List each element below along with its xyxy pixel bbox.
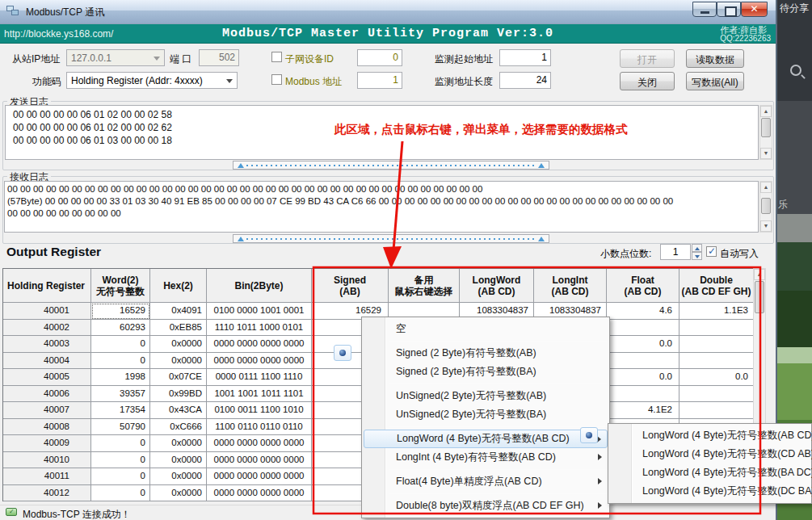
table-cell[interactable]: 0 — [91, 435, 150, 452]
scroll-up-icon[interactable]: ▲ — [760, 106, 772, 117]
row-label[interactable]: 40008 — [3, 419, 91, 436]
ip-combobox[interactable]: 127.0.0.1 — [66, 49, 165, 66]
receive-log-area[interactable]: 00 00 00 00 00 00 00 00 00 00 00 00 00 0… — [4, 181, 759, 233]
column-header[interactable]: Hex(2) — [150, 269, 207, 303]
scrollbar-thumb[interactable] — [755, 281, 764, 313]
row-label[interactable]: 40006 — [3, 386, 91, 403]
table-cell[interactable] — [679, 386, 754, 403]
table-cell[interactable]: 39357 — [91, 386, 150, 403]
subnet-checkbox[interactable] — [271, 52, 282, 62]
table-cell[interactable]: 0 — [91, 336, 150, 353]
close-conn-button[interactable]: 关闭 — [620, 72, 675, 90]
row-label[interactable]: 40002 — [3, 320, 91, 337]
decimal-places-input[interactable]: 1 — [660, 244, 691, 260]
receive-log-scrollbar[interactable]: ▲ ▼ — [759, 181, 772, 233]
table-cell[interactable]: 0x99BD — [150, 386, 207, 403]
menu-item[interactable]: Signed (2 Byte)有符号整数(BA) — [364, 363, 608, 381]
table-cell[interactable]: 0100 0000 1001 0001 — [207, 303, 312, 320]
table-cell[interactable]: 0x43CA — [150, 402, 207, 419]
column-header[interactable]: Word(2)无符号整数 — [91, 269, 150, 303]
modbus-addr-input[interactable]: 1 — [357, 72, 402, 89]
menu-item[interactable]: UnSigned(2 Byte)无符号整数(AB) — [364, 387, 608, 405]
receive-log-htrack[interactable] — [233, 234, 549, 243]
table-cell[interactable] — [679, 336, 754, 353]
open-button[interactable]: 打开 — [620, 49, 675, 68]
table-cell[interactable]: 0100 0011 1100 1010 — [207, 402, 312, 419]
menu-item[interactable]: Signed (2 Byte)有符号整数(AB) — [364, 344, 608, 363]
table-cell[interactable]: 0000 0000 0000 0000 — [207, 435, 312, 452]
table-cell[interactable]: 0 — [91, 353, 150, 370]
read-data-button[interactable]: 读取数据 — [686, 49, 744, 68]
table-cell[interactable]: 0x0000 — [150, 485, 207, 502]
table-cell[interactable]: 0 — [91, 468, 150, 485]
table-cell[interactable] — [679, 320, 754, 337]
scroll-up-icon[interactable]: ▲ — [754, 269, 765, 280]
column-header[interactable]: Double(AB CD EF GH) — [679, 269, 754, 303]
subnet-input[interactable]: 0 — [357, 49, 402, 66]
table-cell[interactable]: 0x07CE — [150, 369, 207, 386]
start-addr-input[interactable]: 1 — [499, 49, 551, 66]
track-right-marker[interactable] — [538, 237, 545, 241]
table-cell[interactable]: 4.1E2 — [607, 402, 679, 419]
table-cell[interactable]: 4.6 — [607, 303, 679, 320]
table-cell[interactable]: 1100 0110 0110 0110 — [207, 419, 312, 436]
row-label[interactable]: 40009 — [3, 435, 91, 452]
scroll-down-icon[interactable]: ▼ — [760, 220, 772, 232]
row-label[interactable]: 40010 — [3, 452, 91, 469]
table-cell[interactable]: 0x0000 — [150, 353, 207, 370]
row-label[interactable]: 40001 — [3, 303, 91, 320]
column-header[interactable]: LongInt(AB CD) — [534, 269, 607, 303]
table-cell[interactable] — [607, 386, 679, 403]
table-cell[interactable]: 0000 0111 1100 1110 — [207, 369, 312, 386]
minimize-button[interactable] — [692, 2, 717, 17]
table-cell[interactable]: 0x0000 — [150, 435, 207, 452]
row-label[interactable]: 40003 — [3, 336, 91, 353]
table-cell[interactable]: 0xEB85 — [150, 320, 207, 337]
send-log-scrollbar[interactable]: ▲ ▼ — [759, 105, 772, 160]
menu-item[interactable]: Double(8 byte)双精度浮点(AB CD EF GH) — [364, 497, 608, 515]
modbus-addr-checkbox[interactable] — [271, 74, 282, 85]
funccode-combobox[interactable]: Holding Register (Addr: 4xxxx) — [66, 72, 238, 89]
scrollbar-thumb[interactable] — [761, 118, 771, 137]
table-cell[interactable]: 0x0000 — [150, 452, 207, 469]
table-cell[interactable]: 1.1E3 — [679, 303, 754, 320]
table-cell[interactable]: 0.0 — [679, 369, 754, 386]
table-cell[interactable] — [679, 353, 754, 370]
table-cell[interactable]: 0000 0000 0000 0000 — [207, 452, 312, 469]
table-cell[interactable]: 1998 — [91, 369, 150, 386]
table-cell[interactable]: 0000 0000 0000 0000 — [207, 468, 312, 485]
track-left-marker[interactable] — [238, 237, 244, 241]
table-cell[interactable]: 0000 0000 0000 0000 — [207, 336, 312, 353]
table-cell[interactable]: 0x0000 — [150, 336, 207, 353]
close-button[interactable]: ✕ — [741, 2, 768, 17]
scroll-up-icon[interactable]: ▲ — [760, 182, 772, 193]
table-cell[interactable]: 0000 0000 0000 0000 — [207, 485, 312, 502]
menu-item[interactable]: Float(4 Byte)单精度浮点(AB CD) — [364, 472, 608, 491]
table-cell[interactable]: 17354 — [91, 402, 150, 419]
menu-item[interactable]: LongWord (4 Byte)无符号整数(AB CD) — [364, 430, 608, 448]
column-header[interactable]: 备用鼠标右键选择 — [389, 269, 460, 303]
maximize-button[interactable] — [717, 2, 741, 17]
table-cell[interactable]: 0x0000 — [150, 468, 207, 485]
row-label[interactable]: 40007 — [3, 402, 91, 419]
menu-item[interactable]: LongWord (4 Byte)无符号整数(CD AB) — [610, 445, 810, 463]
row-label[interactable]: 40012 — [3, 485, 91, 502]
column-header[interactable]: Bin(2Byte) — [207, 269, 312, 303]
menu-item[interactable]: 空 — [364, 320, 608, 338]
table-cell[interactable]: 0 — [91, 485, 150, 502]
column-header[interactable]: Float(AB CD) — [607, 269, 679, 303]
menu-item[interactable]: LongWord (4 Byte)无符号整数(BA DC) — [610, 463, 810, 482]
scroll-down-icon[interactable]: ▼ — [760, 148, 772, 159]
track-right-marker[interactable] — [538, 163, 545, 168]
table-cell[interactable]: 0x4091 — [150, 303, 207, 320]
port-input[interactable]: 502 — [199, 49, 239, 66]
send-log-htrack[interactable] — [233, 161, 549, 170]
column-header[interactable]: Signed(AB) — [312, 269, 389, 303]
table-cell[interactable]: 50790 — [91, 419, 150, 436]
column-header[interactable]: Holding Register — [3, 269, 91, 303]
table-cell[interactable] — [607, 320, 679, 337]
table-cell[interactable] — [607, 353, 679, 370]
menu-item[interactable]: LongWord (4 Byte)无符号整数(DC BA) — [610, 482, 810, 501]
track-left-marker[interactable] — [238, 163, 244, 168]
spinner-up-icon[interactable] — [692, 244, 702, 252]
